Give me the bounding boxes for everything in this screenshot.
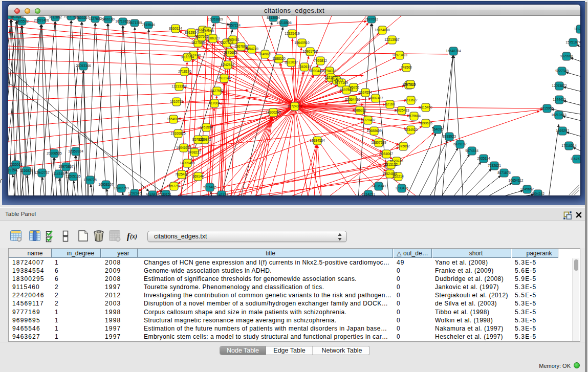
svg-text:6497568: 6497568 (340, 88, 353, 92)
svg-text:7141123: 7141123 (215, 193, 228, 195)
svg-text:7955812: 7955812 (314, 59, 327, 62)
svg-text:6879197: 6879197 (453, 142, 467, 146)
svg-text:12093872: 12093872 (552, 84, 567, 87)
svg-text:15640910: 15640910 (294, 41, 310, 45)
svg-text:19218506: 19218506 (276, 21, 292, 25)
svg-text:9227349: 9227349 (555, 69, 569, 73)
svg-text:1234923: 1234923 (404, 128, 418, 132)
svg-text:15720407: 15720407 (360, 118, 376, 122)
svg-text:1569297: 1569297 (556, 129, 569, 133)
svg-text:8186323: 8186323 (206, 36, 220, 40)
svg-text:7986322: 7986322 (353, 108, 366, 112)
svg-text:21053346: 21053346 (76, 64, 91, 68)
svg-text:9699695: 9699695 (419, 121, 432, 125)
svg-text:8322037: 8322037 (285, 60, 298, 64)
svg-text:16053809: 16053809 (208, 17, 223, 21)
svg-text:1004542: 1004542 (531, 192, 545, 195)
svg-text:3498222: 3498222 (188, 150, 201, 154)
svg-text:8813054: 8813054 (267, 16, 280, 19)
svg-text:1362615: 1362615 (298, 65, 311, 69)
svg-text:9146821: 9146821 (258, 52, 272, 56)
svg-text:164095: 164095 (432, 127, 443, 131)
svg-text:15751074: 15751074 (565, 40, 580, 44)
svg-text:1616058: 1616058 (201, 29, 214, 33)
svg-text:1453594: 1453594 (200, 125, 213, 129)
svg-text:17359924: 17359924 (68, 149, 83, 153)
svg-text:62160: 62160 (385, 102, 395, 106)
svg-text:1975692: 1975692 (397, 144, 410, 148)
svg-text:19975867: 19975867 (58, 165, 74, 168)
svg-text:10961758: 10961758 (302, 50, 318, 53)
svg-text:9245652: 9245652 (520, 187, 534, 191)
svg-text:14136141: 14136141 (371, 184, 386, 188)
svg-text:12505135: 12505135 (66, 174, 81, 178)
svg-text:9857791: 9857791 (167, 184, 181, 188)
svg-text:7357224: 7357224 (227, 24, 241, 27)
svg-text:7515546: 7515546 (142, 23, 155, 27)
svg-text:6120746: 6120746 (390, 159, 403, 163)
svg-text:14099489: 14099489 (180, 161, 195, 165)
svg-text:1292346: 1292346 (128, 191, 141, 195)
svg-text:9327508: 9327508 (220, 41, 233, 45)
svg-text:8660124: 8660124 (169, 27, 182, 30)
svg-text:7625402: 7625402 (175, 172, 188, 176)
svg-text:12325419: 12325419 (285, 32, 300, 35)
svg-text:575115: 575115 (405, 82, 416, 86)
svg-text:18807249: 18807249 (371, 141, 386, 144)
svg-text:2718176: 2718176 (178, 70, 191, 73)
svg-text:9575604: 9575604 (407, 114, 421, 118)
svg-text:18724007: 18724007 (287, 104, 302, 108)
svg-text:16046798: 16046798 (176, 146, 191, 149)
svg-text:3624554: 3624554 (359, 91, 372, 94)
svg-text:(x): (x) (130, 233, 137, 240)
svg-text:2603144: 2603144 (217, 76, 231, 80)
svg-text:8938923: 8938923 (443, 135, 456, 138)
svg-text:20691406: 20691406 (34, 18, 49, 22)
svg-text:12942737: 12942737 (34, 171, 50, 174)
svg-text:18300295: 18300295 (266, 111, 281, 114)
svg-text:10025433: 10025433 (394, 108, 409, 112)
svg-text:1156829: 1156829 (20, 169, 33, 172)
svg-text:20206535: 20206535 (47, 151, 62, 155)
svg-text:1167533: 1167533 (570, 157, 580, 161)
svg-text:748500: 748500 (401, 65, 412, 69)
svg-text:114519: 114519 (53, 172, 64, 176)
svg-text:5716485: 5716485 (203, 185, 216, 189)
svg-text:8990448: 8990448 (310, 69, 323, 73)
svg-text:857833: 857833 (192, 138, 204, 141)
svg-text:8427552: 8427552 (210, 89, 224, 93)
svg-text:16782759: 16782759 (114, 186, 129, 190)
svg-text:1527602: 1527602 (89, 17, 102, 20)
svg-text:7632621: 7632621 (488, 164, 501, 167)
svg-text:6466160: 6466160 (101, 17, 115, 21)
svg-text:16648784: 16648784 (446, 49, 461, 53)
svg-text:9474444: 9474444 (465, 149, 478, 152)
svg-text:9890154: 9890154 (181, 55, 194, 59)
svg-text:9245812: 9245812 (146, 193, 159, 195)
svg-text:9327505: 9327505 (195, 35, 208, 38)
svg-text:9084067: 9084067 (380, 152, 393, 156)
svg-text:1244415: 1244415 (553, 98, 566, 101)
svg-text:1733426: 1733426 (395, 186, 408, 190)
svg-text:9777169: 9777169 (335, 81, 348, 84)
svg-text:9827508: 9827508 (191, 41, 205, 45)
svg-text:8214251: 8214251 (362, 192, 375, 195)
svg-text:10958107: 10958107 (98, 183, 114, 186)
svg-text:1405572: 1405572 (15, 19, 29, 23)
svg-text:9913546: 9913546 (10, 16, 24, 18)
svg-text:16210643: 16210643 (551, 113, 567, 117)
svg-text:10653267: 10653267 (74, 16, 90, 19)
svg-text:1554906: 1554906 (167, 117, 180, 121)
svg-text:2687682: 2687682 (365, 17, 378, 21)
svg-text:12213369: 12213369 (171, 84, 187, 88)
svg-text:17016514: 17016514 (561, 144, 577, 147)
svg-text:252214: 252214 (393, 174, 404, 178)
svg-text:21364436: 21364436 (345, 98, 360, 101)
svg-text:19166825: 19166825 (170, 132, 186, 135)
svg-text:39154: 39154 (8, 168, 17, 172)
svg-text:8454749: 8454749 (245, 47, 258, 51)
svg-text:1335061: 1335061 (9, 163, 23, 166)
svg-text:1112045: 1112045 (574, 27, 580, 31)
svg-text:1815132: 1815132 (384, 163, 398, 166)
svg-text:12213967: 12213967 (384, 38, 400, 41)
